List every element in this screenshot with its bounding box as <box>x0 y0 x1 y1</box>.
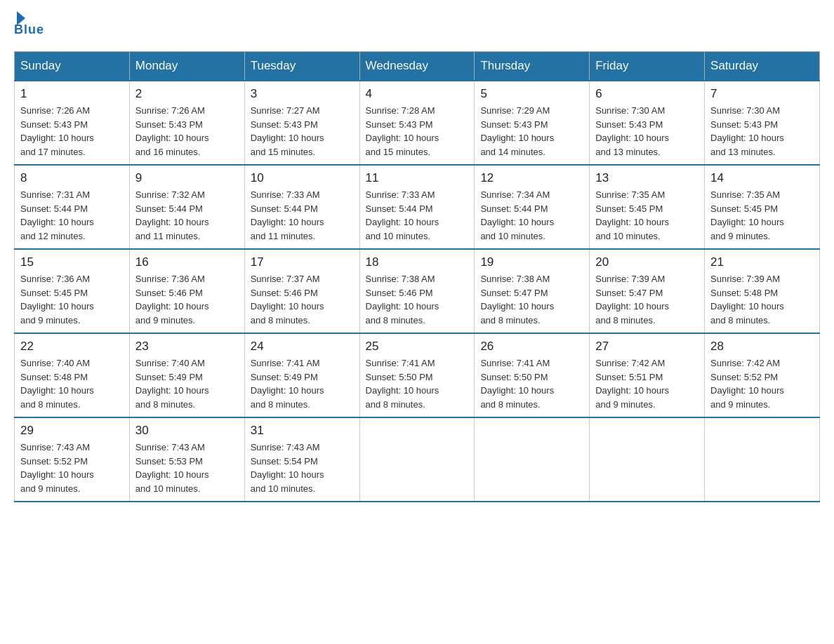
table-row: 1 Sunrise: 7:26 AMSunset: 5:43 PMDayligh… <box>15 81 130 165</box>
day-info: Sunrise: 7:36 AMSunset: 5:45 PMDaylight:… <box>20 272 124 327</box>
day-number: 15 <box>20 255 124 269</box>
table-row: 12 Sunrise: 7:34 AMSunset: 5:44 PMDaylig… <box>475 165 590 249</box>
table-row: 7 Sunrise: 7:30 AMSunset: 5:43 PMDayligh… <box>705 81 820 165</box>
table-row: 6 Sunrise: 7:30 AMSunset: 5:43 PMDayligh… <box>590 81 705 165</box>
table-row <box>475 417 590 502</box>
day-number: 7 <box>710 87 814 101</box>
table-row: 4 Sunrise: 7:28 AMSunset: 5:43 PMDayligh… <box>359 81 475 165</box>
table-row: 2 Sunrise: 7:26 AMSunset: 5:43 PMDayligh… <box>129 81 244 165</box>
day-info: Sunrise: 7:28 AMSunset: 5:43 PMDaylight:… <box>366 104 469 159</box>
day-number: 21 <box>710 255 814 269</box>
day-number: 20 <box>595 255 699 269</box>
day-number: 31 <box>251 424 354 438</box>
day-number: 4 <box>366 87 469 101</box>
table-row: 15 Sunrise: 7:36 AMSunset: 5:45 PMDaylig… <box>15 249 130 333</box>
table-row: 8 Sunrise: 7:31 AMSunset: 5:44 PMDayligh… <box>15 165 130 249</box>
day-info: Sunrise: 7:34 AMSunset: 5:44 PMDaylight:… <box>480 188 583 243</box>
day-info: Sunrise: 7:42 AMSunset: 5:51 PMDaylight:… <box>595 356 699 411</box>
header-sunday: Sunday <box>15 52 130 81</box>
day-info: Sunrise: 7:35 AMSunset: 5:45 PMDaylight:… <box>710 188 814 243</box>
table-row: 23 Sunrise: 7:40 AMSunset: 5:49 PMDaylig… <box>129 333 244 417</box>
day-number: 12 <box>480 171 583 185</box>
day-info: Sunrise: 7:39 AMSunset: 5:48 PMDaylight:… <box>710 272 814 327</box>
day-number: 13 <box>595 171 699 185</box>
header-wednesday: Wednesday <box>359 52 475 81</box>
header-monday: Monday <box>129 52 244 81</box>
day-info: Sunrise: 7:33 AMSunset: 5:44 PMDaylight:… <box>251 188 354 243</box>
day-number: 30 <box>135 424 239 438</box>
day-info: Sunrise: 7:35 AMSunset: 5:45 PMDaylight:… <box>595 188 699 243</box>
table-row: 21 Sunrise: 7:39 AMSunset: 5:48 PMDaylig… <box>705 249 820 333</box>
day-info: Sunrise: 7:30 AMSunset: 5:43 PMDaylight:… <box>595 104 699 159</box>
day-number: 2 <box>135 87 239 101</box>
day-number: 14 <box>710 171 814 185</box>
table-row: 3 Sunrise: 7:27 AMSunset: 5:43 PMDayligh… <box>244 81 359 165</box>
logo-underline: Blue <box>14 22 44 37</box>
header-friday: Friday <box>590 52 705 81</box>
day-info: Sunrise: 7:33 AMSunset: 5:44 PMDaylight:… <box>366 188 469 243</box>
day-number: 22 <box>20 340 124 354</box>
day-number: 26 <box>480 340 583 354</box>
table-row: 9 Sunrise: 7:32 AMSunset: 5:44 PMDayligh… <box>129 165 244 249</box>
calendar-week-row: 1 Sunrise: 7:26 AMSunset: 5:43 PMDayligh… <box>15 81 820 165</box>
day-number: 9 <box>135 171 239 185</box>
calendar-week-row: 8 Sunrise: 7:31 AMSunset: 5:44 PMDayligh… <box>15 165 820 249</box>
table-row: 18 Sunrise: 7:38 AMSunset: 5:46 PMDaylig… <box>359 249 475 333</box>
table-row: 16 Sunrise: 7:36 AMSunset: 5:46 PMDaylig… <box>129 249 244 333</box>
day-number: 11 <box>366 171 469 185</box>
table-row: 19 Sunrise: 7:38 AMSunset: 5:47 PMDaylig… <box>475 249 590 333</box>
day-info: Sunrise: 7:43 AMSunset: 5:52 PMDaylight:… <box>20 441 124 495</box>
table-row: 13 Sunrise: 7:35 AMSunset: 5:45 PMDaylig… <box>590 165 705 249</box>
table-row: 30 Sunrise: 7:43 AMSunset: 5:53 PMDaylig… <box>129 417 244 502</box>
day-info: Sunrise: 7:30 AMSunset: 5:43 PMDaylight:… <box>710 104 814 159</box>
calendar-table: Sunday Monday Tuesday Wednesday Thursday… <box>14 51 820 502</box>
day-number: 23 <box>135 340 239 354</box>
table-row <box>705 417 820 502</box>
day-info: Sunrise: 7:43 AMSunset: 5:54 PMDaylight:… <box>251 441 354 495</box>
day-info: Sunrise: 7:41 AMSunset: 5:50 PMDaylight:… <box>366 356 469 411</box>
table-row: 20 Sunrise: 7:39 AMSunset: 5:47 PMDaylig… <box>590 249 705 333</box>
day-info: Sunrise: 7:36 AMSunset: 5:46 PMDaylight:… <box>135 272 239 327</box>
table-row: 24 Sunrise: 7:41 AMSunset: 5:49 PMDaylig… <box>244 333 359 417</box>
page-header: Blue <box>14 14 820 37</box>
table-row: 29 Sunrise: 7:43 AMSunset: 5:52 PMDaylig… <box>15 417 130 502</box>
day-number: 19 <box>480 255 583 269</box>
day-number: 24 <box>251 340 354 354</box>
table-row: 27 Sunrise: 7:42 AMSunset: 5:51 PMDaylig… <box>590 333 705 417</box>
table-row: 10 Sunrise: 7:33 AMSunset: 5:44 PMDaylig… <box>244 165 359 249</box>
calendar-week-row: 22 Sunrise: 7:40 AMSunset: 5:48 PMDaylig… <box>15 333 820 417</box>
table-row: 28 Sunrise: 7:42 AMSunset: 5:52 PMDaylig… <box>705 333 820 417</box>
day-number: 25 <box>366 340 469 354</box>
day-info: Sunrise: 7:41 AMSunset: 5:49 PMDaylight:… <box>251 356 354 411</box>
day-number: 3 <box>251 87 354 101</box>
day-number: 5 <box>480 87 583 101</box>
table-row: 25 Sunrise: 7:41 AMSunset: 5:50 PMDaylig… <box>359 333 475 417</box>
day-info: Sunrise: 7:26 AMSunset: 5:43 PMDaylight:… <box>20 104 124 159</box>
day-number: 6 <box>595 87 699 101</box>
table-row: 11 Sunrise: 7:33 AMSunset: 5:44 PMDaylig… <box>359 165 475 249</box>
day-info: Sunrise: 7:29 AMSunset: 5:43 PMDaylight:… <box>480 104 583 159</box>
day-info: Sunrise: 7:39 AMSunset: 5:47 PMDaylight:… <box>595 272 699 327</box>
day-number: 10 <box>251 171 354 185</box>
table-row <box>590 417 705 502</box>
header-tuesday: Tuesday <box>244 52 359 81</box>
day-info: Sunrise: 7:42 AMSunset: 5:52 PMDaylight:… <box>710 356 814 411</box>
day-info: Sunrise: 7:27 AMSunset: 5:43 PMDaylight:… <box>251 104 354 159</box>
calendar-week-row: 15 Sunrise: 7:36 AMSunset: 5:45 PMDaylig… <box>15 249 820 333</box>
day-number: 18 <box>366 255 469 269</box>
day-number: 28 <box>710 340 814 354</box>
day-number: 16 <box>135 255 239 269</box>
day-info: Sunrise: 7:41 AMSunset: 5:50 PMDaylight:… <box>480 356 583 411</box>
calendar-week-row: 29 Sunrise: 7:43 AMSunset: 5:52 PMDaylig… <box>15 417 820 502</box>
header-thursday: Thursday <box>475 52 590 81</box>
day-info: Sunrise: 7:26 AMSunset: 5:43 PMDaylight:… <box>135 104 239 159</box>
day-info: Sunrise: 7:37 AMSunset: 5:46 PMDaylight:… <box>251 272 354 327</box>
day-number: 8 <box>20 171 124 185</box>
table-row: 17 Sunrise: 7:37 AMSunset: 5:46 PMDaylig… <box>244 249 359 333</box>
day-info: Sunrise: 7:38 AMSunset: 5:47 PMDaylight:… <box>480 272 583 327</box>
day-info: Sunrise: 7:40 AMSunset: 5:48 PMDaylight:… <box>20 356 124 411</box>
table-row <box>359 417 475 502</box>
table-row: 14 Sunrise: 7:35 AMSunset: 5:45 PMDaylig… <box>705 165 820 249</box>
table-row: 31 Sunrise: 7:43 AMSunset: 5:54 PMDaylig… <box>244 417 359 502</box>
calendar-header-row: Sunday Monday Tuesday Wednesday Thursday… <box>15 52 820 81</box>
